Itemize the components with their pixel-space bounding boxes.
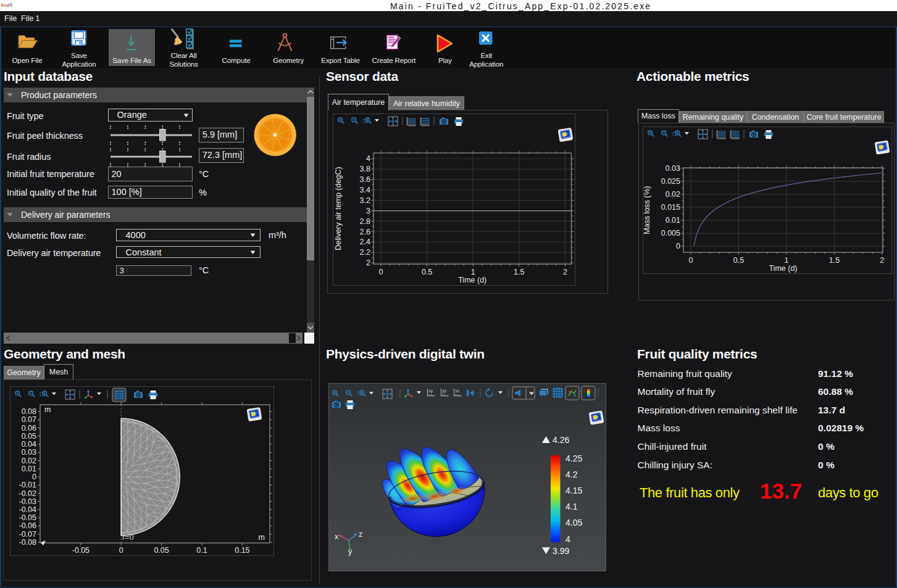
- svg-text:3.4: 3.4: [360, 186, 370, 194]
- svg-text:0.05: 0.05: [22, 432, 36, 441]
- svg-text:1: 1: [784, 256, 788, 265]
- svg-text:0.03: 0.03: [22, 448, 36, 457]
- svg-text:3.2: 3.2: [360, 196, 370, 205]
- svg-text:0.005: 0.005: [661, 229, 680, 238]
- svg-text:4: 4: [565, 534, 570, 544]
- svg-text:0.02: 0.02: [665, 190, 680, 199]
- svg-text:0: 0: [119, 546, 123, 555]
- svg-text:0.05: 0.05: [154, 546, 169, 555]
- svg-text:0.01: 0.01: [22, 465, 36, 473]
- svg-text:1.5: 1.5: [829, 256, 840, 265]
- svg-text:0: 0: [676, 242, 680, 251]
- svg-text:0: 0: [379, 268, 383, 276]
- svg-text:3: 3: [366, 207, 370, 215]
- svg-text:-0.04: -0.04: [19, 505, 37, 514]
- svg-text:x: x: [335, 532, 339, 541]
- svg-text:0.03: 0.03: [665, 164, 680, 173]
- svg-text:3.8: 3.8: [360, 165, 370, 173]
- svg-text:0.5: 0.5: [422, 268, 432, 276]
- svg-text:2.4: 2.4: [360, 238, 370, 246]
- svg-text:r=0: r=0: [122, 533, 133, 542]
- svg-text:z: z: [359, 530, 362, 539]
- svg-text:-0.06: -0.06: [19, 521, 37, 530]
- svg-text:4.2: 4.2: [565, 470, 578, 479]
- svg-text:1.5: 1.5: [514, 268, 524, 276]
- svg-text:-0.01: -0.01: [19, 481, 37, 489]
- svg-text:2: 2: [563, 268, 567, 276]
- svg-text:0: 0: [689, 256, 693, 265]
- svg-text:m: m: [44, 405, 51, 414]
- svg-text:4: 4: [366, 154, 370, 163]
- svg-text:-0.03: -0.03: [19, 497, 37, 506]
- svg-text:Time (d): Time (d): [769, 264, 797, 273]
- svg-text:0.015: 0.015: [661, 203, 680, 212]
- svg-text:m: m: [259, 533, 265, 542]
- svg-text:y: y: [348, 547, 353, 556]
- svg-text:2: 2: [366, 259, 370, 267]
- svg-text:0.04: 0.04: [22, 440, 36, 449]
- svg-text:0.5: 0.5: [733, 256, 744, 265]
- svg-text:xy: xy: [429, 389, 433, 394]
- svg-text:4.25: 4.25: [565, 453, 582, 463]
- svg-text:0.08: 0.08: [22, 407, 36, 416]
- svg-text:Time (d): Time (d): [458, 276, 486, 284]
- svg-text:-0.05: -0.05: [19, 513, 37, 522]
- svg-text:1: 1: [471, 268, 475, 276]
- svg-text:2.8: 2.8: [360, 217, 370, 226]
- svg-text:2.6: 2.6: [360, 228, 370, 236]
- svg-text:-0.08: -0.08: [19, 538, 37, 547]
- svg-text:0.07: 0.07: [22, 415, 36, 424]
- svg-text:2: 2: [880, 256, 884, 265]
- svg-text:0: 0: [32, 473, 36, 481]
- svg-text:-0.02: -0.02: [19, 489, 37, 498]
- svg-text:FruiTed: FruiTed: [1, 3, 12, 7]
- svg-text:Mass loss (%): Mass loss (%): [643, 186, 651, 234]
- svg-text:4.15: 4.15: [565, 486, 582, 495]
- svg-text:4.1: 4.1: [565, 502, 578, 511]
- svg-text:-0.05: -0.05: [72, 546, 90, 555]
- svg-text:0.025: 0.025: [661, 177, 680, 186]
- svg-text:Delivery air temp (degC): Delivery air temp (degC): [334, 167, 343, 250]
- svg-text:0.15: 0.15: [235, 546, 249, 555]
- svg-text:0.06: 0.06: [22, 424, 36, 433]
- svg-text:0.01: 0.01: [665, 216, 680, 225]
- svg-text:xz: xz: [456, 389, 460, 393]
- svg-text:yz: yz: [443, 389, 447, 394]
- svg-text:0.1: 0.1: [196, 546, 207, 555]
- svg-text:2.2: 2.2: [360, 248, 370, 257]
- svg-text:-0.07: -0.07: [19, 530, 37, 539]
- svg-text:4.05: 4.05: [565, 518, 582, 528]
- svg-text:3.6: 3.6: [360, 175, 370, 184]
- svg-text:0.02: 0.02: [22, 457, 36, 465]
- svg-text:4.26: 4.26: [553, 435, 569, 445]
- svg-text:3.99: 3.99: [553, 546, 569, 556]
